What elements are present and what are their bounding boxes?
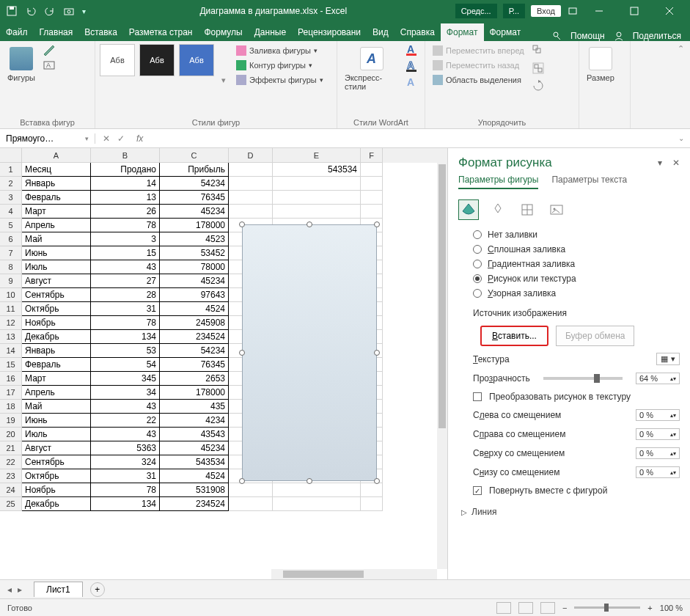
- cell[interactable]: Месяц: [22, 163, 91, 177]
- cell[interactable]: 324: [91, 455, 160, 469]
- style-gallery-more-icon[interactable]: ▾: [219, 76, 229, 85]
- qat-more-icon[interactable]: ▾: [82, 7, 86, 15]
- normal-view-icon[interactable]: [496, 602, 511, 614]
- cell[interactable]: Июль: [22, 260, 91, 274]
- row-header[interactable]: 1: [0, 163, 22, 177]
- row-header[interactable]: 3: [0, 191, 22, 205]
- cell[interactable]: 178000: [160, 386, 229, 400]
- shape-fill-button[interactable]: Заливка фигуры▾: [233, 44, 326, 57]
- zoom-level[interactable]: 100 %: [660, 604, 683, 612]
- cell[interactable]: 14: [91, 177, 160, 191]
- tell-me-label[interactable]: Помощн: [570, 31, 605, 41]
- name-box-dropdown-icon[interactable]: ▾: [85, 135, 89, 142]
- cell[interactable]: 43543: [160, 428, 229, 441]
- wordart-styles-button[interactable]: A Экспресс-стили: [342, 44, 401, 94]
- tab-formulas[interactable]: Формулы: [198, 23, 248, 41]
- fill-solid-radio[interactable]: ССплошная заливкаплошная заливка: [458, 242, 680, 257]
- row-header[interactable]: 20: [0, 428, 22, 441]
- zoom-out-icon[interactable]: −: [562, 604, 567, 612]
- shape-outline-button[interactable]: Контур фигуры▾: [233, 59, 326, 72]
- cell[interactable]: [361, 177, 383, 191]
- cell[interactable]: Сентябрь: [22, 288, 91, 302]
- cell[interactable]: 43: [91, 260, 160, 274]
- group-icon[interactable]: [532, 62, 545, 75]
- insert-picture-button[interactable]: Вставить...: [480, 326, 548, 346]
- cell[interactable]: 54: [91, 358, 160, 372]
- cell[interactable]: [273, 483, 361, 497]
- tab-format-picture[interactable]: Формат: [484, 23, 527, 41]
- cell[interactable]: 4234: [160, 414, 229, 428]
- cell[interactable]: 4524: [160, 302, 229, 316]
- cell[interactable]: 45234: [160, 205, 229, 219]
- add-sheet-button[interactable]: +: [90, 582, 105, 597]
- pane-close-icon[interactable]: ✕: [672, 158, 680, 168]
- cell[interactable]: 22: [91, 414, 160, 428]
- align-icon[interactable]: [532, 44, 545, 57]
- cell[interactable]: 27: [91, 274, 160, 288]
- cell[interactable]: 345: [91, 372, 160, 386]
- row-header[interactable]: 25: [0, 497, 22, 511]
- column-header[interactable]: E: [273, 148, 361, 163]
- cell[interactable]: 15: [91, 246, 160, 260]
- cell[interactable]: 78: [91, 219, 160, 232]
- cell[interactable]: Февраль: [22, 358, 91, 372]
- name-box[interactable]: Прямоуго… ▾: [0, 133, 95, 144]
- clipboard-button[interactable]: Буфер обмена: [556, 326, 635, 346]
- cell[interactable]: 26: [91, 205, 160, 219]
- page-break-view-icon[interactable]: [540, 602, 555, 614]
- cell[interactable]: 435: [160, 400, 229, 414]
- cell[interactable]: Декабрь: [22, 497, 91, 511]
- text-effects-icon[interactable]: A: [405, 76, 420, 88]
- cell[interactable]: Ноябрь: [22, 483, 91, 497]
- cell[interactable]: [361, 205, 383, 219]
- cell[interactable]: 234524: [160, 330, 229, 344]
- cell[interactable]: 543534: [273, 163, 361, 177]
- cell[interactable]: 31: [91, 469, 160, 483]
- cell[interactable]: Июнь: [22, 246, 91, 260]
- cell[interactable]: 45234: [160, 274, 229, 288]
- cell[interactable]: 4524: [160, 469, 229, 483]
- cell[interactable]: Август: [22, 441, 91, 455]
- cell[interactable]: 4523: [160, 232, 229, 246]
- cell[interactable]: Август: [22, 274, 91, 288]
- row-header[interactable]: 5: [0, 219, 22, 232]
- fx-label[interactable]: fx: [132, 133, 147, 144]
- page-layout-view-icon[interactable]: [518, 602, 533, 614]
- share-label[interactable]: Поделиться: [633, 31, 681, 41]
- cell[interactable]: Январь: [22, 177, 91, 191]
- cell[interactable]: Июнь: [22, 414, 91, 428]
- row-header[interactable]: 12: [0, 316, 22, 330]
- cell[interactable]: 134: [91, 330, 160, 344]
- cell[interactable]: Январь: [22, 344, 91, 358]
- contextual-tab-picture[interactable]: Р...: [503, 4, 525, 18]
- cell[interactable]: Апрель: [22, 386, 91, 400]
- cell[interactable]: Май: [22, 400, 91, 414]
- pane-options-icon[interactable]: ▾: [658, 158, 662, 168]
- cell[interactable]: [361, 163, 383, 177]
- row-header[interactable]: 18: [0, 400, 22, 414]
- row-header[interactable]: 2: [0, 177, 22, 191]
- select-all-corner[interactable]: [0, 148, 22, 163]
- row-header[interactable]: 21: [0, 441, 22, 455]
- collapse-ribbon-icon[interactable]: ⌃: [672, 41, 690, 128]
- row-header[interactable]: 13: [0, 330, 22, 344]
- column-header[interactable]: A: [22, 148, 91, 163]
- cell[interactable]: 28: [91, 288, 160, 302]
- column-header[interactable]: F: [361, 148, 383, 163]
- fill-none-radio[interactable]: Нет заливки: [458, 227, 680, 242]
- fill-pattern-radio[interactable]: Узорная заливка: [458, 286, 680, 301]
- offset-right-value[interactable]: 0 %▴▾: [636, 428, 680, 440]
- tab-file[interactable]: Файл: [0, 23, 34, 41]
- cell[interactable]: 3: [91, 232, 160, 246]
- cell[interactable]: 45234: [160, 441, 229, 455]
- cell[interactable]: [273, 177, 361, 191]
- row-header[interactable]: 16: [0, 372, 22, 386]
- row-header[interactable]: 17: [0, 386, 22, 400]
- cell[interactable]: Сентябрь: [22, 455, 91, 469]
- cell[interactable]: [273, 191, 361, 205]
- tab-data[interactable]: Данные: [249, 23, 292, 41]
- tab-page-layout[interactable]: Разметка стран: [123, 23, 199, 41]
- cell[interactable]: [229, 205, 273, 219]
- transparency-value[interactable]: 64 %▴▾: [636, 373, 680, 384]
- column-header[interactable]: D: [229, 148, 273, 163]
